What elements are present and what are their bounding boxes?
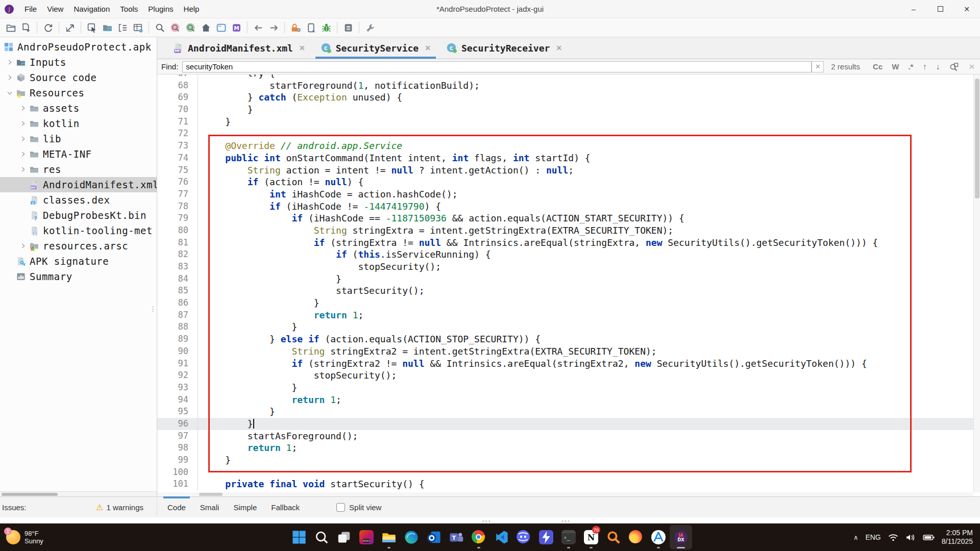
tab-securityservice[interactable]: cSecurityService✕: [315, 37, 436, 59]
code-line-80[interactable]: 80 String stringExtra = intent.getString…: [157, 224, 980, 237]
tree-item-androidmanifest-xml[interactable]: MFAndroidManifest.xml: [0, 177, 157, 192]
code-line-91[interactable]: 91 if (stringExtra2 != null && Intrinsic…: [157, 358, 980, 370]
code-line-71[interactable]: 71 }: [157, 116, 980, 128]
menu-tools[interactable]: Tools: [115, 5, 143, 13]
toolbar-search-text-button[interactable]: [152, 20, 167, 35]
tree-item-lib[interactable]: lib: [0, 131, 157, 146]
search-in-file-icon[interactable]: [949, 62, 959, 72]
code-line-90[interactable]: 90 String stringExtra2 = intent.getStrin…: [157, 345, 980, 358]
taskbar-teams-button[interactable]: T: [445, 525, 468, 549]
taskbar-outlook-button[interactable]: [423, 525, 445, 549]
close-button[interactable]: ✕: [953, 0, 980, 18]
view-tab-code[interactable]: Code: [160, 497, 193, 517]
taskbar-vscode-button[interactable]: [490, 525, 512, 549]
toolbar-deobfuscation-button[interactable]: [288, 20, 303, 35]
tree-item-kotlin-tooling-met[interactable]: {}kotlin-tooling-met: [0, 223, 157, 238]
code-line-83[interactable]: 83 stopSecurity();: [157, 261, 980, 273]
code-line-92[interactable]: 92 stopSecurity();: [157, 369, 980, 382]
code-line-74[interactable]: 74 public int onStartCommand(Intent inte…: [157, 152, 980, 164]
taskbar-file-explorer-button[interactable]: [378, 525, 400, 549]
volume-icon[interactable]: [905, 534, 916, 541]
find-next-button[interactable]: ↓: [936, 62, 940, 71]
tree-item-debugprobeskt-bin[interactable]: ?DebugProbesKt.bin: [0, 208, 157, 223]
code-line-99[interactable]: 99 }: [157, 454, 980, 466]
taskbar-android-studio-button[interactable]: [647, 525, 670, 549]
code-line-72[interactable]: 72: [157, 128, 980, 140]
toolbar-console-button[interactable]: [213, 20, 229, 35]
tree-item-kotlin[interactable]: kotlin: [0, 116, 157, 131]
code-line-69[interactable]: 69 } catch (Exception unused) {: [157, 91, 980, 104]
tree-item-resources-arsc[interactable]: resources.arsc: [0, 238, 157, 254]
tree-item-apk-signature[interactable]: APK signature: [0, 254, 157, 269]
tree-item-meta-inf[interactable]: META-INF: [0, 146, 157, 162]
toolbar-back-button[interactable]: [251, 20, 266, 35]
code-line-96[interactable]: 96 }: [157, 418, 980, 430]
code-line-78[interactable]: 78 if (iHashCode != -1447419790) {: [157, 201, 980, 213]
toolbar-cursor-select-button[interactable]: [84, 20, 100, 35]
tree-item-classes-dex[interactable]: Jclasses.dex: [0, 192, 157, 208]
toolbar-search-comments-button[interactable]: [183, 20, 198, 35]
taskbar-firefox-button[interactable]: [625, 525, 647, 549]
tree-item-assets[interactable]: assets: [0, 101, 157, 116]
code-line-77[interactable]: 77 int iHashCode = action.hashCode();: [157, 188, 980, 201]
code-line-97[interactable]: 97 startAsForeground();: [157, 430, 980, 442]
maximize-button[interactable]: [927, 0, 953, 18]
toolbar-structure-list-button[interactable]: [115, 20, 130, 35]
taskbar-m365-button[interactable]: M365: [355, 525, 378, 549]
code-line-75[interactable]: 75 String action = intent != null ? inte…: [157, 164, 980, 177]
code-line-88[interactable]: 88 }: [157, 321, 980, 333]
match-case-toggle[interactable]: Cc: [873, 62, 883, 71]
tree-item-res[interactable]: res: [0, 162, 157, 177]
code-line-100[interactable]: 100: [157, 466, 980, 479]
editor-horizontal-scrollbar[interactable]: [157, 492, 973, 496]
toolbar-open-file-button[interactable]: [3, 20, 18, 35]
code-line-84[interactable]: 84 }: [157, 273, 980, 285]
code-line-67[interactable]: 67 try {: [157, 74, 980, 80]
split-view-checkbox[interactable]: [336, 503, 345, 512]
code-editor[interactable]: 67 try {68 startForeground(1, notificati…: [157, 74, 980, 496]
code-line-68[interactable]: 68 startForeground(1, notificationBuild)…: [157, 80, 980, 92]
code-line-76[interactable]: 76 if (action != null) {: [157, 176, 980, 188]
find-input[interactable]: [182, 61, 812, 72]
tab-close-button[interactable]: ✕: [556, 44, 562, 52]
code-line-93[interactable]: 93 }: [157, 382, 980, 394]
tree-item-inputs[interactable]: Inputs: [0, 55, 157, 70]
code-line-79[interactable]: 79 if (iHashCode == -1187150936 && actio…: [157, 212, 980, 224]
code-line-101[interactable]: 101 private final void startSecurity() {: [157, 478, 980, 490]
view-tab-simple[interactable]: Simple: [226, 497, 264, 517]
taskbar-task-view-button[interactable]: [333, 525, 355, 549]
tree-item-summary[interactable]: Summary: [0, 269, 157, 284]
code-line-89[interactable]: 89 } else if (action.equals(ACTION_STOP_…: [157, 333, 980, 345]
find-previous-button[interactable]: ↑: [922, 62, 926, 71]
language-indicator[interactable]: ENG: [865, 533, 880, 541]
taskbar-windows-search-button[interactable]: [310, 525, 333, 549]
toolbar-home-button[interactable]: [198, 20, 213, 35]
toolbar-log-viewer-button[interactable]: [340, 20, 356, 35]
toolbar-add-files-button[interactable]: [18, 20, 34, 35]
tab-androidmanifest-xml[interactable]: MFAndroidManifest.xml✕: [167, 37, 310, 59]
menu-view[interactable]: View: [42, 5, 68, 13]
code-line-87[interactable]: 87 return 1;: [157, 309, 980, 321]
tree-item-source-code[interactable]: Source code: [0, 70, 157, 85]
tab-close-button[interactable]: ✕: [425, 44, 431, 52]
find-clear-button[interactable]: ✕: [812, 61, 824, 72]
code-line-70[interactable]: 70 }: [157, 104, 980, 116]
toolbar-preferences-button[interactable]: [362, 20, 378, 35]
taskbar-chrome-button[interactable]: [468, 525, 490, 549]
taskbar-terminal-button[interactable]: ›_: [557, 525, 580, 549]
tab-close-button[interactable]: ✕: [299, 44, 305, 52]
taskbar-search-app-button[interactable]: [602, 525, 625, 549]
code-line-95[interactable]: 95 }: [157, 406, 980, 418]
weather-widget[interactable]: 1 98°F Sunny: [0, 530, 43, 545]
toolbar-packages-button[interactable]: [100, 20, 115, 35]
taskbar-edge-button[interactable]: [400, 525, 423, 549]
code-line-73[interactable]: 73 @Override // android.app.Service: [157, 140, 980, 152]
battery-icon[interactable]: [923, 534, 935, 541]
toolbar-mascot-button[interactable]: M: [229, 20, 244, 35]
toolbar-debug-button[interactable]: [318, 20, 334, 35]
tree-item-andropseudoprotect-apk[interactable]: AndroPseudoProtect.apk: [0, 39, 157, 55]
tray-expand-button[interactable]: ∧: [853, 534, 859, 541]
code-line-85[interactable]: 85 startSecurity();: [157, 285, 980, 297]
tree-horizontal-scrollbar[interactable]: [0, 491, 157, 496]
code-line-81[interactable]: 81 if (stringExtra != null && Intrinsics…: [157, 237, 980, 249]
